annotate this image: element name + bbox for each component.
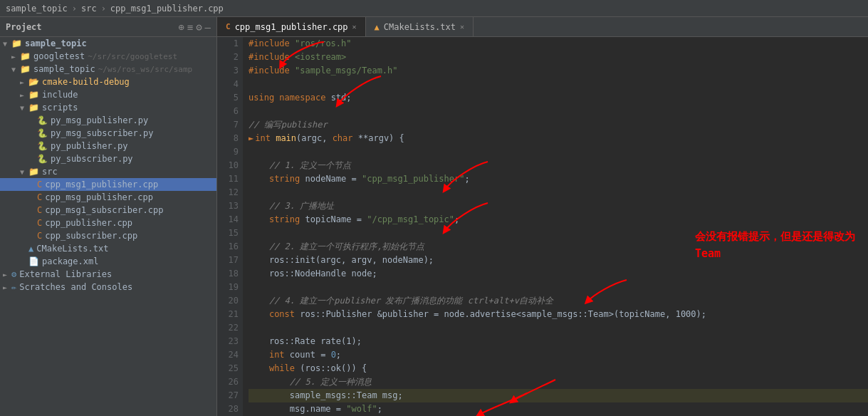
close-tab-icon[interactable]: ✕ <box>352 23 357 31</box>
layout-icon[interactable]: ≡ <box>187 21 193 33</box>
sidebar-item-src[interactable]: ▼ 📁 src <box>0 165 216 178</box>
settings-icon[interactable]: ⚙ <box>196 21 202 33</box>
sidebar-item-include[interactable]: ► 📁 include <box>0 88 216 101</box>
tree-label: cpp_publisher.cpp <box>45 218 132 228</box>
folder-icon: 📁 <box>28 103 39 113</box>
sidebar-item-cpp_msg_publisher[interactable]: C cpp_msg_publisher.cpp <box>0 191 216 204</box>
tree-label: cpp_subscriber.cpp <box>45 231 137 241</box>
folder-blue-icon: 📂 <box>28 77 39 87</box>
sidebar: Project ⊕ ≡ ⚙ – ▼ 📁 sample_topic ► 📁 goo… <box>0 17 217 416</box>
tab-label: cpp_msg1_publisher.cpp <box>235 22 348 32</box>
tree-label: py_msg_subscriber.py <box>51 128 154 138</box>
sidebar-item-scripts[interactable]: ▼ 📁 scripts <box>0 101 216 114</box>
tree-label: src <box>42 167 58 177</box>
sidebar-item-cpp_publisher[interactable]: C cpp_publisher.cpp <box>0 217 216 229</box>
sidebar-item-ext-libs[interactable]: ► ⚙ External Libraries <box>0 268 216 281</box>
sidebar-header: Project ⊕ ≡ ⚙ – <box>0 17 216 37</box>
py-file-icon: 🐍 <box>37 115 48 125</box>
py-file-icon: 🐍 <box>37 141 48 151</box>
tree-label: py_msg_publisher.py <box>51 115 148 125</box>
sidebar-item-py_msg_publisher[interactable]: 🐍 py_msg_publisher.py <box>0 114 216 127</box>
cpp-file-icon: C <box>37 218 42 228</box>
tree-label: py_publisher.py <box>51 141 127 151</box>
cpp-file-icon: C <box>37 192 42 202</box>
tree-label: Scratches and Consoles <box>19 282 132 292</box>
tree-label: sample_topic <box>25 38 87 48</box>
cmake-tab-icon: ▲ <box>375 22 380 32</box>
sidebar-item-googletest[interactable]: ► 📁 googletest ~/sr/src/googletest <box>0 50 216 63</box>
sidebar-item-cpp_subscriber[interactable]: C cpp_subscriber.cpp <box>0 229 216 242</box>
tab-cmakelist[interactable]: ▲ CMakeLists.txt ✕ <box>366 17 474 36</box>
sidebar-item-cpp_msg1_publisher[interactable]: C cpp_msg1_publisher.cpp <box>0 178 216 191</box>
sidebar-item-cpp_msg1_subscriber[interactable]: C cpp_msg1_subscriber.cpp <box>0 204 216 217</box>
cmake-file-icon: ▲ <box>28 244 33 254</box>
title-part-3: cpp_msg1_publisher.cpp <box>110 4 224 14</box>
tree-label: googletest <box>33 51 85 61</box>
cpp-file-icon: C <box>37 180 42 189</box>
tree-label: py_subscriber.py <box>51 154 133 164</box>
sidebar-item-py_subscriber[interactable]: 🐍 py_subscriber.py <box>0 152 216 165</box>
main-layout: Project ⊕ ≡ ⚙ – ▼ 📁 sample_topic ► 📁 goo… <box>0 17 868 416</box>
sidebar-item-sample_topic_ws[interactable]: ▼ 📁 sample_topic ~/ws/ros_ws/src/samp <box>0 63 216 76</box>
sidebar-item-py_msg_subscriber[interactable]: 🐍 py_msg_subscriber.py <box>0 127 216 140</box>
folder-icon: 📁 <box>20 64 31 74</box>
add-icon[interactable]: ⊕ <box>178 21 184 33</box>
tree-label: scripts <box>42 103 78 113</box>
cpp-tab-icon: C <box>226 22 231 31</box>
tree-label: cpp_msg1_subscriber.cpp <box>45 205 163 215</box>
tab-cpp_msg1_publisher[interactable]: C cpp_msg1_publisher.cpp ✕ <box>217 17 366 36</box>
cpp-file-icon: C <box>37 205 42 215</box>
tree-label: package.xml <box>42 256 98 266</box>
folder-icon: 📁 <box>20 51 31 61</box>
tree-label: External Libraries <box>19 269 112 279</box>
sidebar-title: Project <box>6 22 42 32</box>
tree-label: cmake-build-debug <box>42 77 130 87</box>
xml-file-icon: 📄 <box>28 256 39 266</box>
title-bar: sample_topic › src › cpp_msg1_publisher.… <box>0 0 868 17</box>
tab-bar: C cpp_msg1_publisher.cpp ✕ ▲ CMakeLists.… <box>217 17 868 37</box>
tab-label: CMakeLists.txt <box>384 22 456 32</box>
tree-label: cpp_msg_publisher.cpp <box>45 192 153 202</box>
sidebar-item-py_publisher[interactable]: 🐍 py_publisher.py <box>0 140 216 152</box>
sidebar-item-package_xml[interactable]: 📄 package.xml <box>0 255 216 268</box>
folder-icon: 📁 <box>28 167 39 177</box>
folder-icon: 📁 <box>11 38 22 48</box>
tree-label: include <box>42 90 78 100</box>
py-file-icon: 🐍 <box>37 154 48 164</box>
sidebar-item-cmakelist[interactable]: ▲ CMakeLists.txt <box>0 242 216 255</box>
sidebar-item-scratches[interactable]: ► ✏ Scratches and Consoles <box>0 281 216 293</box>
tree-label: cpp_msg1_publisher.cpp <box>45 180 158 189</box>
editor-content: 1234567891011121314151617181920212223242… <box>217 37 868 416</box>
cpp-file-icon: C <box>37 231 42 241</box>
title-part-1: sample_topic <box>6 4 68 14</box>
project-tree: ▼ 📁 sample_topic ► 📁 googletest ~/sr/src… <box>0 37 216 293</box>
ext-libs-icon: ⚙ <box>11 269 16 279</box>
code-area[interactable]: #include "ros/ros.h"#include <iostream>#… <box>243 37 868 416</box>
py-file-icon: 🐍 <box>37 128 48 138</box>
sidebar-item-sample_topic_root[interactable]: ▼ 📁 sample_topic <box>0 37 216 50</box>
scratches-icon: ✏ <box>11 282 16 292</box>
sidebar-icons: ⊕ ≡ ⚙ – <box>178 21 211 33</box>
minimize-icon[interactable]: – <box>205 21 211 33</box>
tree-label: sample_topic <box>33 64 95 74</box>
close-tab-icon[interactable]: ✕ <box>460 23 464 31</box>
tree-label: CMakeLists.txt <box>36 244 108 254</box>
folder-icon: 📁 <box>28 90 39 100</box>
editor-area: C cpp_msg1_publisher.cpp ✕ ▲ CMakeLists.… <box>217 17 868 416</box>
line-numbers: 1234567891011121314151617181920212223242… <box>217 37 243 416</box>
sidebar-item-cmake-build[interactable]: ► 📂 cmake-build-debug <box>0 76 216 88</box>
title-part-2: src <box>81 4 97 14</box>
